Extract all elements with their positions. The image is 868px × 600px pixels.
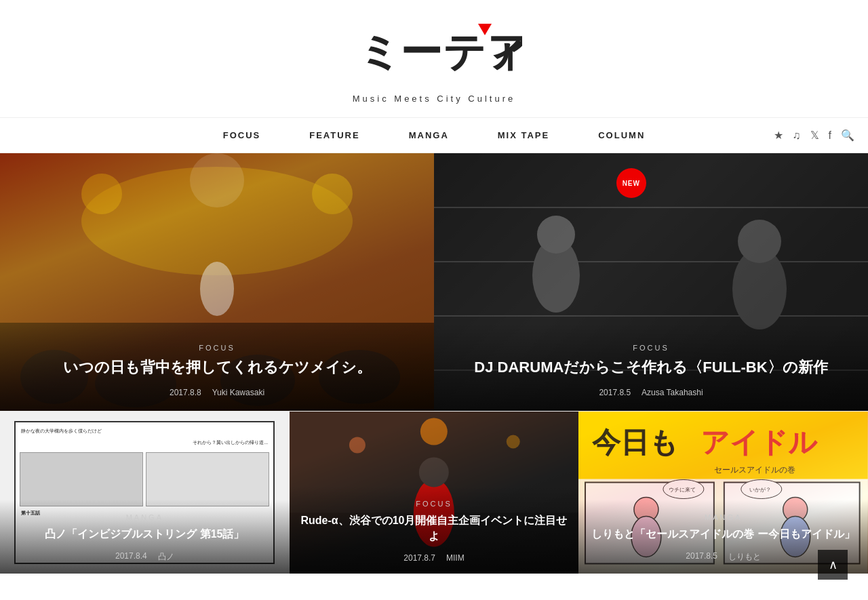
hero-card-1-meta: 2017.8.8 Yuki Kawasaki (14, 388, 420, 397)
svg-text:いかが？: いかが？ (749, 487, 771, 494)
site-header: ミ ー ティ ア Music Meets City Culture (0, 0, 868, 117)
bottom-grid: 静かな夜の大学構内を歩く僕らだけど それから？翼い出しからの帰り道... 第十五… (0, 411, 868, 574)
bottom-card-2-title: Rude-α、渋谷での10月開催自主企画イベントに注目せよ (300, 513, 568, 544)
hero-card-2-category: FOCUS (448, 344, 854, 352)
svg-point-10 (190, 153, 244, 207)
hero-card-2-author: Azusa Takahashi (642, 388, 703, 397)
bottom-card-2-date: 2017.8.7 (403, 553, 435, 563)
svg-point-24 (738, 220, 781, 263)
main-nav: FOCUS FEATURE MANGA MIX TAPE COLUMN ★ ♫ … (0, 117, 868, 153)
new-badge: NEW (616, 168, 646, 198)
svg-point-27 (349, 437, 366, 454)
nav-social-icons: ★ ♫ 𝕏 f 🔍 (774, 129, 854, 142)
bottom-card-3[interactable]: 今日も アイドル セールスアイドルの巻 ウチに来て いかが？ MANGA (578, 411, 868, 574)
bottom-card-1-category: MANGA (11, 513, 279, 521)
svg-point-15 (200, 262, 234, 316)
bottom-card-3-author: しりもと (728, 551, 761, 563)
twitter-icon[interactable]: 𝕏 (810, 129, 819, 142)
svg-text:今日も: 今日も (591, 426, 678, 458)
svg-text:ー: ー (400, 28, 442, 75)
hero-card-1[interactable]: FOCUS いつの日も背中を押してくれるケツメイシ。 2017.8.8 Yuki… (0, 153, 434, 411)
bottom-card-1-author: 凸ノ (158, 551, 174, 563)
facebook-icon[interactable]: f (829, 129, 831, 142)
bottom-card-1-title: 凸ノ「インビジブルストリング 第15話」 (11, 527, 279, 542)
bottom-card-3-title: しりもと「セールスアイドルの巻 ー今日もアイドル」 (589, 527, 857, 542)
svg-text:セールスアイドルの巻: セールスアイドルの巻 (714, 465, 795, 475)
bottom-card-2[interactable]: FOCUS Rude-α、渋谷での10月開催自主企画イベントに注目せよ 2017… (290, 411, 579, 574)
nav-item-focus[interactable]: FOCUS (199, 118, 285, 153)
svg-text:ア: ア (487, 28, 522, 75)
nav-item-feature[interactable]: FEATURE (285, 118, 384, 153)
bottom-card-1-date: 2017.8.4 (115, 551, 147, 563)
svg-point-31 (419, 458, 449, 487)
bottom-card-1[interactable]: 静かな夜の大学構内を歩く僕らだけど それから？翼い出しからの帰り道... 第十五… (0, 411, 290, 574)
hero-card-1-category: FOCUS (14, 344, 420, 352)
logo-svg: ミ ー ティ ア (346, 20, 522, 81)
hero-card-1-date: 2017.8.8 (170, 388, 201, 397)
scroll-top-button[interactable]: ∧ (818, 550, 848, 574)
bottom-card-3-category: MANGA (589, 513, 857, 521)
svg-point-26 (420, 418, 448, 445)
bottom-card-3-date: 2017.8.5 (686, 551, 717, 563)
nav-item-manga[interactable]: MANGA (384, 118, 473, 153)
search-icon[interactable]: 🔍 (841, 129, 854, 142)
nav-item-mixtape[interactable]: MIX TAPE (473, 118, 574, 153)
svg-point-22 (537, 216, 575, 254)
hero-card-2-title: DJ DARUMAだからこそ作れる〈FULL-BK〉の新作 (448, 357, 854, 378)
hero-card-2[interactable]: NEW FOCUS DJ DARUMAだからこそ作れる〈FULL-BK〉の新作 … (434, 153, 868, 411)
hero-card-2-date: 2017.8.5 (599, 388, 631, 397)
bottom-card-2-author: MIIM (446, 553, 465, 563)
bottom-card-3-meta: 2017.8.5 しりもと (589, 551, 857, 563)
hero-card-1-overlay: FOCUS いつの日も背中を押してくれるケツメイシ。 2017.8.8 Yuki… (0, 323, 434, 411)
bottom-card-2-overlay: FOCUS Rude-α、渋谷での10月開催自主企画イベントに注目せよ 2017… (290, 486, 579, 574)
rss-icon[interactable]: ★ (774, 129, 783, 142)
bottom-card-2-category: FOCUS (300, 500, 568, 508)
svg-point-8 (81, 174, 122, 214)
svg-text:ウチに来て: ウチに来て (669, 487, 696, 494)
hero-card-2-meta: 2017.8.5 Azusa Takahashi (448, 388, 854, 397)
svg-text:ミ: ミ (358, 28, 401, 75)
svg-point-28 (506, 435, 519, 449)
svg-point-9 (312, 174, 353, 214)
hero-card-1-author: Yuki Kawasaki (212, 388, 264, 397)
bottom-card-1-overlay: MANGA 凸ノ「インビジブルストリング 第15話」 2017.8.4 凸ノ (0, 500, 290, 574)
nav-item-column[interactable]: COLUMN (574, 118, 669, 153)
hero-card-2-overlay: FOCUS DJ DARUMAだからこそ作れる〈FULL-BK〉の新作 2017… (434, 323, 868, 411)
svg-text:アイドル: アイドル (701, 426, 818, 458)
main-grid: FOCUS いつの日も背中を押してくれるケツメイシ。 2017.8.8 Yuki… (0, 153, 868, 574)
hero-card-1-title: いつの日も背中を押してくれるケツメイシ。 (14, 357, 420, 378)
nav-items: FOCUS FEATURE MANGA MIX TAPE COLUMN (0, 118, 868, 153)
site-tagline: Music Meets City Culture (0, 94, 868, 104)
site-logo[interactable]: ミ ー ティ ア (346, 20, 522, 84)
bottom-card-1-meta: 2017.8.4 凸ノ (11, 551, 279, 563)
music-icon[interactable]: ♫ (793, 129, 801, 142)
bottom-card-2-meta: 2017.8.7 MIIM (300, 553, 568, 563)
